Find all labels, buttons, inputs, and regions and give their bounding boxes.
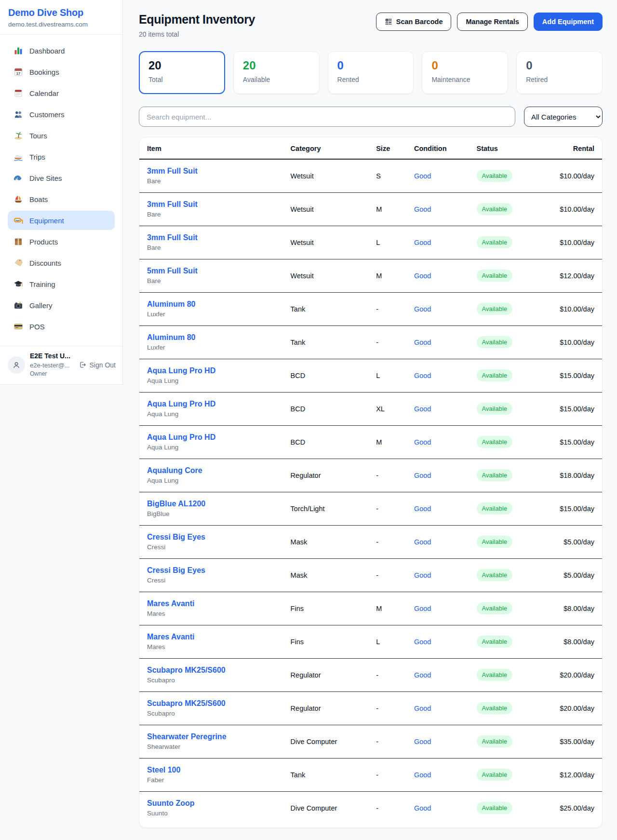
status-badge: Available [477, 469, 513, 481]
sidebar-item-bookings[interactable]: 17Bookings [8, 62, 115, 81]
condition-link[interactable]: Good [414, 538, 431, 546]
sidebar-item-discounts[interactable]: Discounts [8, 253, 115, 272]
size-cell: M [368, 592, 406, 625]
stat-card-total[interactable]: 20Total [139, 51, 225, 94]
column-header-rental: Rental [529, 137, 602, 159]
user-info: E2E Test U... e2e-tester@... Owner [30, 352, 70, 378]
item-name-link[interactable]: Shearwater Peregrine [147, 732, 275, 741]
brand-link[interactable]: Demo Dive Shop [8, 7, 115, 18]
sidebar-item-pos[interactable]: POS [8, 317, 115, 336]
rental-cell: $15.00/day [529, 392, 602, 425]
stat-card-maintenance[interactable]: 0Maintenance [422, 51, 508, 94]
item-name-link[interactable]: Mares Avanti [147, 599, 275, 608]
condition-link[interactable]: Good [414, 339, 431, 346]
sidebar-item-products[interactable]: Products [8, 232, 115, 251]
condition-link[interactable]: Good [414, 205, 431, 213]
column-header-category: Category [283, 137, 369, 159]
person-icon [12, 360, 21, 370]
condition-link[interactable]: Good [414, 372, 431, 379]
condition-link[interactable]: Good [414, 438, 431, 446]
condition-link[interactable]: Good [414, 671, 431, 679]
category-cell: Mask [283, 525, 369, 558]
category-select[interactable]: All Categories [524, 107, 603, 127]
condition-link[interactable]: Good [414, 804, 431, 812]
add-equipment-button[interactable]: Add Equipment [534, 13, 603, 31]
condition-link[interactable]: Good [414, 638, 431, 646]
package-icon [13, 237, 23, 246]
sidebar-item-boats[interactable]: Boats [8, 190, 115, 209]
category-cell: Torch/Light [283, 492, 369, 525]
item-name-link[interactable]: 3mm Full Suit [147, 167, 275, 176]
sidebar-item-calendar[interactable]: Calendar [8, 83, 115, 103]
item-brand: Luxfer [147, 344, 275, 351]
rental-cell: $8.00/day [529, 592, 602, 625]
sidebar-item-training[interactable]: Training [8, 274, 115, 294]
item-brand: Faber [147, 776, 275, 784]
condition-link[interactable]: Good [414, 605, 431, 612]
main-content: Equipment Inventory 20 items total Scan … [123, 0, 617, 828]
condition-link[interactable]: Good [414, 705, 431, 712]
stat-card-rented[interactable]: 0Rented [328, 51, 414, 94]
item-name-link[interactable]: Scubapro MK25/S600 [147, 666, 275, 675]
sidebar-item-dashboard[interactable]: Dashboard [8, 41, 115, 60]
item-name-link[interactable]: Steel 100 [147, 766, 275, 774]
sidebar-item-tours[interactable]: Tours [8, 126, 115, 145]
sidebar-item-trips[interactable]: Trips [8, 147, 115, 166]
size-cell: - [368, 758, 406, 791]
size-cell: L [368, 625, 406, 658]
condition-link[interactable]: Good [414, 272, 431, 280]
item-name-link[interactable]: Cressi Big Eyes [147, 566, 275, 575]
rental-cell: $18.00/day [529, 459, 602, 492]
sidebar-item-label: Equipment [29, 217, 64, 225]
search-input[interactable] [139, 107, 515, 127]
condition-link[interactable]: Good [414, 405, 431, 413]
sidebar-item-gallery[interactable]: Gallery [8, 296, 115, 315]
sign-out-button[interactable]: Sign Out [79, 361, 116, 369]
condition-link[interactable]: Good [414, 472, 431, 479]
rental-cell: $12.00/day [529, 758, 602, 791]
item-name-link[interactable]: 5mm Full Suit [147, 267, 275, 275]
condition-link[interactable]: Good [414, 571, 431, 579]
item-name-link[interactable]: Scubapro MK25/S600 [147, 699, 275, 708]
sidebar-item-label: Gallery [29, 301, 53, 310]
size-cell: - [368, 525, 406, 558]
status-badge: Available [477, 769, 513, 781]
manage-rentals-button[interactable]: Manage Rentals [457, 13, 527, 31]
item-name-link[interactable]: Cressi Big Eyes [147, 533, 275, 542]
category-cell: BCD [283, 392, 369, 425]
item-name-link[interactable]: Aqua Lung Pro HD [147, 400, 275, 408]
filter-row: All Categories [139, 107, 603, 127]
item-name-link[interactable]: 3mm Full Suit [147, 233, 275, 242]
sidebar-item-dive-sites[interactable]: Dive Sites [8, 168, 115, 188]
item-name-link[interactable]: Aluminum 80 [147, 333, 275, 342]
stats-row: 20Total20Available0Rented0Maintenance0Re… [139, 51, 603, 94]
stat-card-retired[interactable]: 0Retired [516, 51, 603, 94]
table-row: Shearwater PeregrineShearwaterDive Compu… [139, 725, 602, 758]
condition-link[interactable]: Good [414, 239, 431, 246]
user-email: e2e-tester@... [30, 362, 70, 369]
condition-link[interactable]: Good [414, 771, 431, 779]
condition-link[interactable]: Good [414, 305, 431, 313]
condition-link[interactable]: Good [414, 738, 431, 745]
sidebar-item-customers[interactable]: Customers [8, 105, 115, 124]
stat-card-available[interactable]: 20Available [233, 51, 320, 94]
table-row: 3mm Full SuitBareWetsuitMGoodAvailable$1… [139, 192, 602, 226]
item-name-link[interactable]: Aqua Lung Pro HD [147, 366, 275, 375]
sidebar-item-equipment[interactable]: Equipment [8, 211, 115, 230]
category-cell: Wetsuit [283, 192, 369, 226]
item-name-link[interactable]: 3mm Full Suit [147, 200, 275, 209]
sidebar-item-label: Calendar [29, 89, 59, 97]
scan-barcode-button[interactable]: Scan Barcode [376, 13, 452, 31]
condition-link[interactable]: Good [414, 505, 431, 513]
item-name-link[interactable]: Aluminum 80 [147, 300, 275, 309]
category-cell: Mask [283, 558, 369, 592]
item-name-link[interactable]: Mares Avanti [147, 633, 275, 641]
item-name-link[interactable]: Aqualung Core [147, 466, 275, 475]
size-cell: - [368, 459, 406, 492]
item-name-link[interactable]: Suunto Zoop [147, 799, 275, 808]
rental-cell: $10.00/day [529, 226, 602, 259]
item-name-link[interactable]: BigBlue AL1200 [147, 500, 275, 508]
item-name-link[interactable]: Aqua Lung Pro HD [147, 433, 275, 442]
condition-link[interactable]: Good [414, 172, 431, 180]
table-row: Scubapro MK25/S600ScubaproRegulator-Good… [139, 691, 602, 725]
